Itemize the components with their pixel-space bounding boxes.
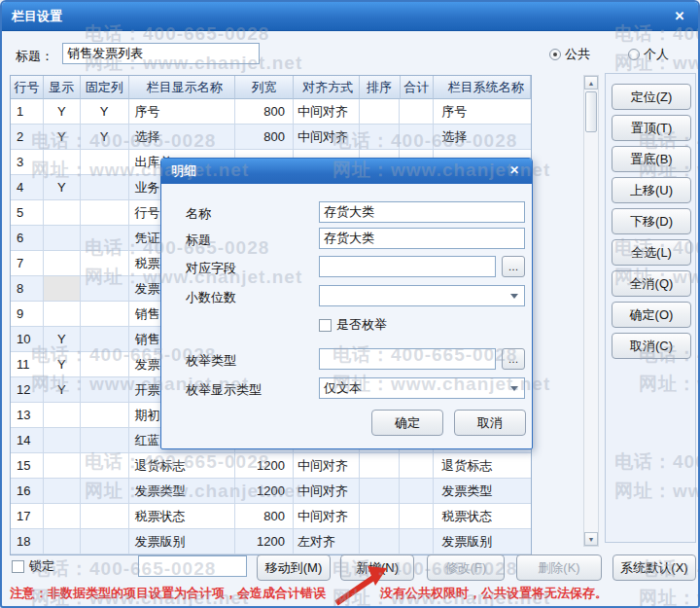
enum-checkbox[interactable]: 是否枚举 bbox=[319, 316, 387, 334]
locate-side-button[interactable]: 定位(Z) bbox=[612, 84, 691, 110]
table-cell[interactable] bbox=[81, 352, 129, 377]
table-cell[interactable]: 15 bbox=[11, 453, 44, 479]
modify-button[interactable]: 修改(F) bbox=[427, 554, 505, 581]
table-cell[interactable]: 11 bbox=[11, 352, 44, 377]
modal-cancel-button[interactable]: 取消 bbox=[454, 410, 526, 436]
table-cell[interactable]: Y bbox=[81, 99, 129, 125]
table-cell[interactable] bbox=[400, 125, 434, 150]
table-cell[interactable]: 5 bbox=[11, 200, 44, 226]
table-cell[interactable] bbox=[44, 453, 81, 479]
table-cell[interactable]: 1200 bbox=[235, 479, 294, 504]
table-row[interactable]: 16发票类型1200中间对齐发票类型 bbox=[11, 479, 531, 504]
field-browse-button[interactable]: … bbox=[502, 256, 525, 277]
table-cell[interactable]: 800 bbox=[235, 99, 294, 125]
enum-type-input[interactable] bbox=[319, 348, 496, 370]
table-cell[interactable] bbox=[44, 504, 81, 529]
radio-personal[interactable]: 个人 bbox=[628, 46, 669, 63]
table-cell[interactable]: 税票状态 bbox=[434, 504, 531, 529]
table-cell[interactable] bbox=[400, 479, 434, 504]
table-cell[interactable] bbox=[81, 504, 129, 529]
table-cell[interactable]: 退货标志 bbox=[434, 453, 531, 479]
system-default-button[interactable]: 系统默认(X) bbox=[612, 554, 696, 581]
table-cell[interactable] bbox=[81, 377, 129, 403]
table-cell[interactable] bbox=[81, 200, 129, 226]
table-cell[interactable] bbox=[44, 479, 81, 504]
table-cell[interactable]: 中间对齐 bbox=[294, 504, 360, 529]
table-cell[interactable] bbox=[360, 529, 401, 554]
table-cell[interactable]: 中间对齐 bbox=[294, 453, 360, 479]
table-cell[interactable] bbox=[360, 125, 401, 150]
table-cell[interactable] bbox=[360, 479, 401, 504]
caption-input[interactable] bbox=[319, 228, 525, 249]
clear-all-side-button[interactable]: 全消(Q) bbox=[612, 270, 691, 297]
table-cell[interactable]: 发票类型 bbox=[434, 479, 531, 504]
table-cell[interactable]: 13 bbox=[11, 403, 44, 428]
table-cell[interactable]: 选择 bbox=[129, 125, 236, 150]
table-cell[interactable] bbox=[360, 99, 401, 125]
table-cell[interactable]: 16 bbox=[11, 479, 44, 504]
table-cell[interactable] bbox=[360, 504, 401, 529]
table-cell[interactable]: Y bbox=[44, 99, 81, 125]
table-cell[interactable]: Y bbox=[44, 327, 81, 352]
table-row[interactable]: 15退货标志1200中间对齐退货标志 bbox=[11, 453, 531, 479]
table-cell[interactable] bbox=[81, 479, 129, 504]
table-cell[interactable] bbox=[81, 403, 129, 428]
table-cell[interactable] bbox=[81, 453, 129, 479]
table-cell[interactable]: 18 bbox=[11, 529, 44, 554]
table-cell[interactable]: 9 bbox=[11, 302, 44, 327]
table-row[interactable]: 1YY序号800中间对齐序号 bbox=[11, 99, 531, 125]
table-cell[interactable] bbox=[44, 200, 81, 226]
scroll-down-icon[interactable]: ▼ bbox=[584, 532, 598, 546]
table-cell[interactable] bbox=[81, 327, 129, 352]
move-down-side-button[interactable]: 下移(D) bbox=[612, 208, 691, 234]
table-cell[interactable] bbox=[44, 302, 81, 327]
table-cell[interactable] bbox=[81, 529, 129, 554]
cancel-side-button[interactable]: 取消(C) bbox=[612, 333, 691, 359]
decimal-dropdown[interactable] bbox=[319, 285, 525, 306]
table-cell[interactable] bbox=[360, 453, 401, 479]
table-cell[interactable]: 中间对齐 bbox=[294, 479, 360, 504]
modal-ok-button[interactable]: 确定 bbox=[371, 410, 443, 436]
title-input[interactable] bbox=[62, 43, 260, 64]
table-cell[interactable] bbox=[44, 403, 81, 428]
table-row[interactable]: 17税票状态800中间对齐税票状态 bbox=[11, 504, 531, 529]
table-cell[interactable] bbox=[400, 504, 434, 529]
table-cell[interactable]: 退货标志 bbox=[129, 453, 236, 479]
table-row[interactable]: 2YY选择800中间对齐选择 bbox=[11, 125, 531, 150]
lock-checkbox[interactable]: 锁定 bbox=[12, 557, 54, 575]
table-cell[interactable]: Y bbox=[44, 377, 81, 403]
table-cell[interactable] bbox=[44, 150, 81, 175]
vertical-scrollbar[interactable]: ▲ ▼ bbox=[583, 75, 599, 547]
table-cell[interactable]: 发票版别 bbox=[434, 529, 531, 554]
window-close-icon[interactable]: ✕ bbox=[671, 8, 688, 25]
table-cell[interactable]: 4 bbox=[11, 175, 44, 200]
table-cell[interactable] bbox=[81, 251, 129, 276]
table-cell[interactable]: 选择 bbox=[434, 125, 531, 150]
table-cell[interactable]: 3 bbox=[11, 150, 44, 175]
detail-modal-close-icon[interactable]: ✕ bbox=[507, 162, 522, 178]
table-row[interactable]: 18发票版别1200左对齐发票版别 bbox=[11, 529, 531, 554]
table-cell[interactable]: Y bbox=[81, 125, 129, 150]
table-cell[interactable] bbox=[81, 276, 129, 302]
table-cell[interactable]: 1200 bbox=[235, 529, 294, 554]
table-cell[interactable]: 中间对齐 bbox=[294, 125, 360, 150]
table-cell[interactable]: 12 bbox=[11, 377, 44, 403]
table-cell[interactable]: 17 bbox=[11, 504, 44, 529]
table-cell[interactable]: 10 bbox=[11, 327, 44, 352]
table-cell[interactable]: 发票类型 bbox=[129, 479, 236, 504]
radio-public[interactable]: 公共 bbox=[549, 46, 590, 63]
table-cell[interactable]: 6 bbox=[11, 226, 44, 251]
table-cell[interactable]: 税票状态 bbox=[129, 504, 236, 529]
table-cell[interactable] bbox=[81, 175, 129, 200]
table-cell[interactable] bbox=[400, 99, 434, 125]
table-cell[interactable] bbox=[81, 226, 129, 251]
scroll-thumb[interactable] bbox=[585, 91, 597, 132]
table-cell[interactable]: 中间对齐 bbox=[294, 99, 360, 125]
move-up-side-button[interactable]: 上移(U) bbox=[612, 177, 691, 203]
table-cell[interactable]: 2 bbox=[11, 125, 44, 150]
table-cell[interactable]: 800 bbox=[235, 504, 294, 529]
table-cell[interactable] bbox=[400, 529, 434, 554]
table-cell[interactable]: 1 bbox=[11, 99, 44, 125]
table-cell[interactable]: 8 bbox=[11, 276, 44, 302]
table-cell[interactable]: 14 bbox=[11, 428, 44, 453]
